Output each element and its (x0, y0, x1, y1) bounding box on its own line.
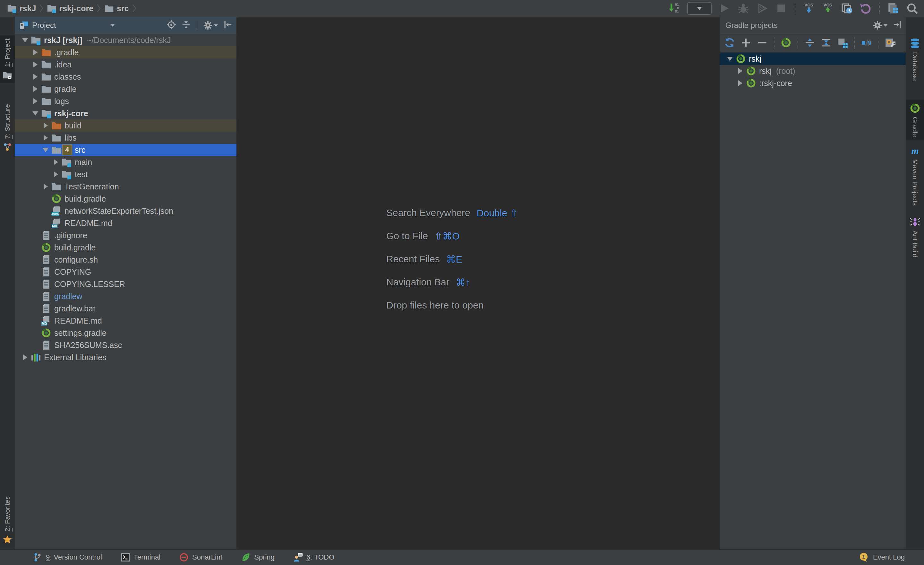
collapse-toggle-icon[interactable] (30, 111, 40, 116)
tree-row[interactable]: External Libraries (15, 351, 237, 364)
gradle-panel-header: Gradle projects (720, 17, 906, 35)
gradle-button[interactable] (781, 37, 792, 50)
project-structure-button[interactable] (887, 2, 899, 15)
editor-area[interactable]: Search Everywhere Double ⇧ Go to File ⇧⌘… (237, 17, 720, 550)
tree-row[interactable]: :rskj-core (720, 77, 906, 89)
tree-row[interactable]: rskJ [rskj]~/Documents/code/rskJ (15, 34, 237, 46)
tree-row[interactable]: gradlew (15, 290, 237, 302)
tree-row[interactable]: JSON networkStateExporterTest.json (15, 205, 237, 217)
file-gradle-icon (746, 78, 756, 88)
expand-toggle-icon[interactable] (735, 68, 745, 74)
expand-all-button[interactable] (804, 37, 815, 50)
refresh-button[interactable] (724, 37, 735, 50)
row-label: README.md (64, 219, 112, 228)
expand-toggle-icon[interactable] (30, 62, 40, 68)
tree-row[interactable]: build (15, 119, 237, 132)
statusbar-item-versioncontrol[interactable]: 9: Version Control (33, 553, 102, 562)
expand-toggle-icon[interactable] (51, 159, 61, 165)
expand-toggle-icon[interactable] (20, 355, 30, 360)
terminal-icon (121, 553, 130, 562)
tree-row[interactable]: TestGeneration (15, 180, 237, 192)
expand-toggle-icon[interactable] (30, 98, 40, 104)
search-everywhere-button[interactable] (906, 2, 918, 15)
chevron-down-icon[interactable] (111, 24, 114, 27)
tree-row[interactable]: .gitignore (15, 229, 237, 241)
collapse-toggle-icon[interactable] (20, 38, 30, 42)
tree-row[interactable]: .gradle (15, 46, 237, 59)
tool-stripe-tab-structure[interactable]: 7: Structure (0, 101, 15, 155)
statusbar-item-sonarlint[interactable]: SonarLint (179, 553, 222, 562)
tree-row[interactable]: SHA256SUMS.asc (15, 339, 237, 351)
group-modules-button[interactable] (837, 37, 848, 50)
expand-toggle-icon[interactable] (40, 135, 51, 141)
tree-row[interactable]: main (15, 156, 237, 168)
expand-toggle-icon[interactable] (30, 50, 40, 55)
tree-row[interactable]: rskj(root) (720, 65, 906, 77)
hide-left-button[interactable] (223, 20, 232, 31)
vcs-update-button[interactable]: VCS (803, 2, 815, 15)
vcs-commit-button[interactable]: VCS (822, 2, 834, 15)
tree-row[interactable]: MD README.md (15, 217, 237, 229)
statusbar-label: 9: Version Control (46, 553, 102, 562)
tree-row[interactable]: gradlew.bat (15, 302, 237, 315)
expand-toggle-icon[interactable] (51, 171, 61, 177)
collapse-toggle-icon[interactable] (725, 57, 735, 61)
collapse-all-gray-button[interactable] (181, 20, 191, 31)
collapse-all-blue-button[interactable] (821, 37, 832, 50)
statusbar-item-todo[interactable]: 6: TODO (293, 553, 334, 562)
tree-row[interactable]: rskj-core (15, 107, 237, 119)
hide-right-button[interactable] (892, 20, 902, 31)
rollback-button[interactable] (860, 2, 872, 15)
collapse-toggle-icon[interactable] (40, 148, 51, 152)
tree-row[interactable]: classes (15, 71, 237, 83)
tree-row[interactable]: build.gradle (15, 192, 237, 205)
tree-row[interactable]: test (15, 168, 237, 180)
locate-button[interactable] (166, 20, 176, 31)
project-panel-title: Project (32, 21, 56, 30)
tree-row[interactable]: rskj (720, 53, 906, 65)
file-md-icon: MD (41, 316, 51, 326)
remove-button[interactable] (757, 37, 768, 50)
tool-stripe-tab-database[interactable]: Database (906, 35, 924, 84)
synchronize-button[interactable]: 011001 (668, 2, 681, 15)
tree-row[interactable]: logs (15, 95, 237, 107)
breadcrumb-item-rskJ[interactable]: rskJ (7, 3, 36, 13)
event-log-button[interactable]: 1 Event Log (859, 552, 905, 562)
row-label: .idea (54, 60, 72, 69)
project-tab-icon (3, 70, 12, 80)
expand-toggle-icon[interactable] (40, 183, 51, 189)
expand-toggle-icon[interactable] (30, 86, 40, 92)
breadcrumb-item-rskj-core[interactable]: rskj-core (47, 3, 93, 13)
tree-row[interactable]: .idea (15, 59, 237, 71)
tool-stripe-tab-favorites[interactable]: 2: Favorites (0, 493, 15, 548)
offline-button[interactable] (861, 37, 872, 50)
settings-gear-button[interactable] (873, 21, 887, 30)
tool-stripe-tab-antbuild[interactable]: Ant Build (906, 213, 924, 261)
tree-row[interactable]: settings.gradle (15, 327, 237, 339)
tool-stripe-tab-project[interactable]: 1: Project (0, 35, 15, 83)
statusbar-item-spring[interactable]: Spring (241, 553, 274, 562)
expand-toggle-icon[interactable] (30, 74, 40, 80)
tree-row[interactable]: libs (15, 132, 237, 144)
tool-stripe-tab-gradle[interactable]: Gradle (906, 99, 924, 140)
row-label: libs (64, 133, 76, 143)
tool-stripe-tab-mavenprojects[interactable]: m Maven Projects (906, 142, 924, 209)
run-config-selector[interactable] (687, 2, 712, 15)
tree-row[interactable]: configure.sh (15, 254, 237, 266)
build-tool-settings-button[interactable] (885, 37, 896, 50)
settings-gear-button[interactable] (203, 21, 218, 30)
expand-toggle-icon[interactable] (40, 123, 51, 128)
tree-row[interactable]: MD README.md (15, 315, 237, 327)
expand-toggle-icon[interactable] (735, 80, 745, 86)
tree-row[interactable]: COPYING.LESSER (15, 278, 237, 290)
breadcrumb-item-src[interactable]: src (104, 3, 129, 13)
statusbar-item-terminal[interactable]: Terminal (121, 553, 160, 562)
tree-row[interactable]: gradle (15, 83, 237, 95)
recent-changes-button[interactable] (841, 2, 853, 15)
tree-row[interactable]: 4 src (15, 144, 237, 156)
hint-shortcut-keys: ⇧⌘O (434, 230, 459, 242)
tree-row[interactable]: COPYING (15, 266, 237, 278)
add-button[interactable] (741, 37, 752, 50)
tree-row[interactable]: build.gradle (15, 241, 237, 254)
collapse-all-blue-icon (821, 37, 832, 48)
